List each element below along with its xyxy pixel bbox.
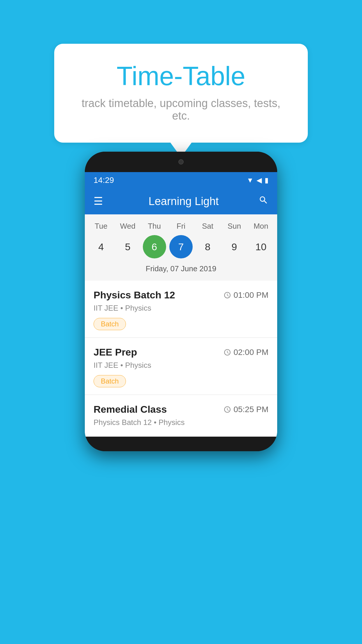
phone-container: 14:29 ▼ ◀ ▮ ☰ Learning Light xyxy=(85,152,277,451)
speech-bubble: Time-Table track timetable, upcoming cla… xyxy=(54,44,308,143)
date-6-today[interactable]: 6 xyxy=(143,235,166,258)
phone-screen: 14:29 ▼ ◀ ▮ ☰ Learning Light xyxy=(85,172,277,437)
class-subtitle-3: Physics Batch 12 • Physics xyxy=(94,418,268,427)
search-icon[interactable] xyxy=(259,195,268,208)
status-icons: ▼ ◀ ▮ xyxy=(247,176,268,184)
schedule-item-header-2: JEE Prep 02:00 PM xyxy=(94,346,268,358)
date-5[interactable]: 5 xyxy=(116,235,139,258)
class-time-1: 01:00 PM xyxy=(224,290,268,300)
day-mon: Mon xyxy=(249,222,273,231)
date-7-selected[interactable]: 7 xyxy=(169,235,193,258)
schedule-item-header-1: Physics Batch 12 01:00 PM xyxy=(94,289,268,301)
phone-bottom-bezel xyxy=(85,437,277,451)
schedule-item-1[interactable]: Physics Batch 12 01:00 PM IIT JEE • Phys… xyxy=(85,281,277,338)
dates-row: 4 5 6 7 8 9 10 xyxy=(85,232,277,263)
day-sun: Sun xyxy=(223,222,246,231)
app-header: ☰ Learning Light xyxy=(85,188,277,214)
status-time: 14:29 xyxy=(94,176,114,185)
date-9[interactable]: 9 xyxy=(223,235,246,258)
batch-badge-1: Batch xyxy=(94,318,126,330)
notch xyxy=(166,152,196,172)
signal-icon: ◀ xyxy=(256,176,262,184)
schedule-item-2[interactable]: JEE Prep 02:00 PM IIT JEE • Physics Batc… xyxy=(85,338,277,395)
date-10[interactable]: 10 xyxy=(249,235,273,258)
class-name-2: JEE Prep xyxy=(94,346,137,358)
front-camera xyxy=(178,159,184,164)
speech-bubble-subtitle: track timetable, upcoming classes, tests… xyxy=(78,97,284,122)
schedule-list: Physics Batch 12 01:00 PM IIT JEE • Phys… xyxy=(85,281,277,437)
day-fri: Fri xyxy=(169,222,193,231)
days-of-week: Tue Wed Thu Fri Sat Sun Mon xyxy=(85,217,277,232)
phone-frame: 14:29 ▼ ◀ ▮ ☰ Learning Light xyxy=(85,152,277,451)
date-4[interactable]: 4 xyxy=(89,235,113,258)
class-time-2: 02:00 PM xyxy=(224,348,268,357)
schedule-item-header-3: Remedial Class 05:25 PM xyxy=(94,404,268,415)
phone-top-bezel xyxy=(85,152,277,172)
class-subtitle-2: IIT JEE • Physics xyxy=(94,361,268,370)
schedule-item-3[interactable]: Remedial Class 05:25 PM Physics Batch 12… xyxy=(85,395,277,437)
class-time-text-1: 01:00 PM xyxy=(233,290,268,300)
app-title: Learning Light xyxy=(103,195,259,208)
hamburger-icon[interactable]: ☰ xyxy=(94,195,103,207)
top-section: Time-Table track timetable, upcoming cla… xyxy=(0,0,362,143)
calendar-section: Tue Wed Thu Fri Sat Sun Mon 4 5 6 7 8 9 … xyxy=(85,214,277,281)
class-subtitle-1: IIT JEE • Physics xyxy=(94,304,268,313)
class-time-3: 05:25 PM xyxy=(224,405,268,414)
wifi-icon: ▼ xyxy=(247,176,254,184)
class-name-3: Remedial Class xyxy=(94,404,167,415)
date-8[interactable]: 8 xyxy=(196,235,219,258)
battery-icon: ▮ xyxy=(265,176,268,184)
day-tue: Tue xyxy=(89,222,113,231)
batch-badge-2: Batch xyxy=(94,375,126,387)
class-name-1: Physics Batch 12 xyxy=(94,289,175,301)
status-bar: 14:29 ▼ ◀ ▮ xyxy=(85,172,277,188)
speech-bubble-title: Time-Table xyxy=(78,61,284,91)
selected-date-label: Friday, 07 June 2019 xyxy=(85,263,277,278)
class-time-text-3: 05:25 PM xyxy=(233,405,268,414)
day-thu: Thu xyxy=(143,222,166,231)
class-time-text-2: 02:00 PM xyxy=(233,348,268,357)
day-wed: Wed xyxy=(116,222,139,231)
day-sat: Sat xyxy=(196,222,219,231)
